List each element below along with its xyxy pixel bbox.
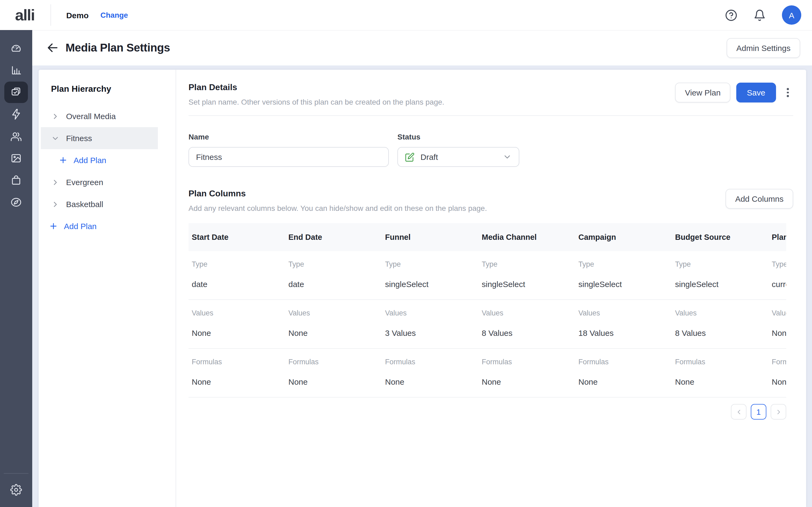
cell-value: None (482, 377, 575, 386)
view-plan-button[interactable]: View Plan (675, 82, 730, 103)
hierarchy-item-label: Fitness (66, 133, 92, 143)
compass-icon[interactable] (4, 191, 28, 213)
table-cell: FormulasNone (285, 358, 382, 386)
help-circle-icon[interactable] (725, 9, 738, 21)
plan-columns-table: Start DateEnd DateFunnelMedia ChannelCam… (189, 223, 786, 398)
add-plan-button-nested[interactable]: Add Plan (39, 149, 175, 171)
column-header: End Date (285, 233, 382, 241)
users-icon[interactable] (4, 125, 28, 147)
plan-hierarchy-title: Plan Hierarchy (51, 84, 175, 94)
table-cell: TypesingleSelect (672, 260, 768, 289)
page-number-button[interactable]: 1 (751, 404, 766, 419)
cell-label: Type (578, 260, 672, 268)
chevron-right-icon (51, 178, 60, 186)
chevron-down-icon (503, 152, 512, 162)
table-header-row: Start DateEnd DateFunnelMedia ChannelCam… (189, 223, 786, 251)
topbar-divider (51, 4, 51, 26)
next-page-button[interactable] (771, 404, 786, 419)
shopping-bag-icon[interactable] (4, 170, 28, 191)
plan-columns-header: Plan Columns Add any relevant columns be… (189, 189, 793, 213)
table-cell: FormulasNone (382, 358, 478, 386)
hierarchy-item-label: Evergreen (66, 178, 103, 187)
table-cell: Typecurrency (768, 260, 786, 289)
cell-value: 18 Values (578, 328, 672, 337)
gear-icon[interactable] (4, 479, 28, 501)
column-header: Budget Source (672, 233, 768, 241)
add-plan-button[interactable]: Add Plan (39, 215, 175, 237)
cell-label: Values (385, 309, 478, 317)
lightning-icon[interactable] (4, 104, 28, 125)
chevron-right-icon (51, 200, 60, 209)
page-header: Media Plan Settings Admin Settings (32, 30, 812, 65)
cell-value: None (192, 377, 285, 386)
hierarchy-item-label: Add Plan (73, 156, 106, 165)
cell-label: Values (772, 309, 786, 317)
hierarchy-item-fitness[interactable]: Fitness (41, 127, 158, 149)
cell-label: Formulas (772, 358, 786, 366)
cell-value: singleSelect (482, 280, 575, 289)
main-panel: Plan Details Set plan name. Other versio… (176, 70, 806, 507)
hierarchy-item-overall-media[interactable]: Overall Media (39, 105, 175, 127)
content-area: Plan Hierarchy Overall MediaFitnessAdd P… (32, 65, 812, 507)
table-row-formulas: FormulasNoneFormulasNoneFormulasNoneForm… (189, 349, 786, 398)
clipboard-check-icon[interactable] (4, 81, 28, 103)
hierarchy-item-evergreen[interactable]: Evergreen (39, 171, 175, 193)
cell-value: singleSelect (385, 280, 478, 289)
plan-hierarchy-list: Overall MediaFitnessAdd PlanEvergreenBas… (39, 105, 175, 237)
plus-icon (58, 156, 68, 165)
table-cell: TypesingleSelect (478, 260, 575, 289)
topbar-actions: A (725, 5, 812, 25)
bar-chart-icon[interactable] (4, 60, 28, 81)
cell-value: 8 Values (482, 328, 575, 337)
plan-hierarchy-panel: Plan Hierarchy Overall MediaFitnessAdd P… (39, 70, 176, 507)
table-cell: Typedate (189, 260, 285, 289)
table-cell: Values3 Values (382, 309, 478, 337)
admin-settings-button[interactable]: Admin Settings (727, 38, 800, 58)
app-viewport: alli Demo Change A (0, 0, 812, 507)
gauge-icon[interactable] (4, 38, 28, 59)
cell-value: None (772, 377, 786, 386)
cell-value: date (288, 280, 382, 289)
bell-icon[interactable] (754, 9, 766, 21)
more-options-icon[interactable] (782, 82, 793, 103)
column-header: Media Channel (478, 233, 575, 241)
cell-label: Formulas (482, 358, 575, 366)
plan-columns-section: Plan Columns Add any relevant columns be… (189, 189, 793, 419)
add-columns-button[interactable]: Add Columns (725, 189, 793, 209)
status-select[interactable]: Draft (397, 147, 519, 167)
cell-value: None (675, 377, 768, 386)
cell-value: 3 Values (385, 328, 478, 337)
save-button[interactable]: Save (736, 82, 776, 103)
cell-label: Formulas (675, 358, 768, 366)
pagination: 1 (189, 404, 786, 419)
image-icon[interactable] (4, 148, 28, 169)
cell-label: Formulas (288, 358, 382, 366)
cell-label: Type (772, 260, 786, 268)
table-cell: ValuesNone (285, 309, 382, 337)
status-field-group: Status Draft (397, 132, 519, 167)
hierarchy-item-basketball[interactable]: Basketball (39, 193, 175, 215)
table-row-type: TypedateTypedateTypesingleSelectTypesing… (189, 251, 786, 300)
plan-details-form: Name Status Draft (189, 132, 793, 167)
name-label: Name (189, 132, 389, 141)
plan-details-actions: View Plan Save (675, 82, 793, 103)
name-input[interactable] (189, 147, 389, 167)
client-name: Demo (66, 10, 89, 19)
cell-value: None (772, 328, 786, 337)
change-client-link[interactable]: Change (100, 11, 128, 19)
cell-label: Formulas (385, 358, 478, 366)
cell-label: Type (192, 260, 285, 268)
table-cell: Values8 Values (672, 309, 768, 337)
table-cell: ValuesNone (768, 309, 786, 337)
avatar[interactable]: A (782, 5, 801, 25)
table-cell: TypesingleSelect (575, 260, 672, 289)
cell-value: None (385, 377, 478, 386)
back-arrow-icon[interactable] (46, 41, 59, 54)
cell-label: Formulas (578, 358, 672, 366)
cell-label: Type (288, 260, 382, 268)
cell-label: Type (385, 260, 478, 268)
plan-columns-title: Plan Columns (189, 189, 487, 199)
cell-value: singleSelect (675, 280, 768, 289)
hierarchy-item-label: Basketball (66, 200, 103, 209)
prev-page-button[interactable] (731, 404, 747, 419)
